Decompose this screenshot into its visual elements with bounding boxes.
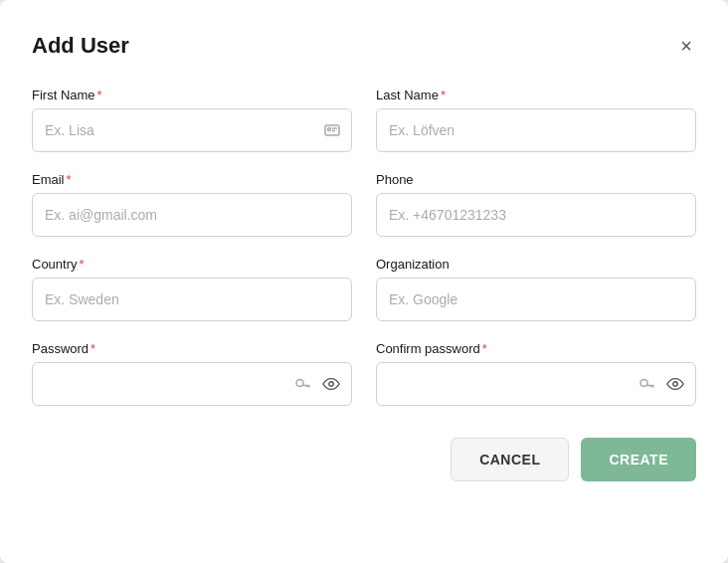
country-group: Country* — [32, 257, 352, 321]
svg-point-9 — [329, 382, 334, 387]
last-name-input[interactable] — [376, 108, 696, 152]
password-group: Password* — [32, 341, 352, 406]
first-name-icons — [322, 120, 342, 140]
first-name-label: First Name* — [32, 88, 352, 102]
confirm-password-label: Confirm password* — [376, 341, 696, 356]
password-key-button[interactable] — [292, 374, 312, 394]
email-input[interactable] — [32, 193, 352, 237]
first-name-required: * — [97, 88, 102, 102]
organization-label: Organization — [376, 257, 696, 272]
svg-point-14 — [673, 382, 678, 387]
first-name-icon-button[interactable] — [322, 120, 342, 140]
confirm-password-toggle-button[interactable] — [664, 373, 686, 395]
confirm-password-icons — [637, 373, 686, 395]
confirm-password-key-button[interactable] — [637, 374, 656, 394]
first-name-input-wrapper — [32, 108, 352, 152]
password-icons — [292, 373, 342, 395]
password-toggle-button[interactable] — [320, 373, 342, 395]
confirm-password-required: * — [482, 341, 487, 356]
country-required: * — [80, 257, 85, 272]
eye-icon-confirm — [666, 375, 684, 393]
create-button[interactable]: CREATE — [581, 438, 696, 481]
svg-point-5 — [296, 380, 303, 387]
confirm-password-group: Confirm password* — [376, 341, 696, 406]
email-required: * — [67, 172, 72, 187]
phone-group: Phone — [376, 172, 696, 237]
confirm-password-input-wrapper — [376, 362, 696, 406]
last-name-group: Last Name* — [376, 88, 696, 152]
svg-point-2 — [328, 128, 331, 131]
email-group: Email* — [32, 172, 352, 237]
password-label: Password* — [32, 341, 352, 356]
country-label: Country* — [32, 257, 352, 272]
eye-icon — [322, 375, 340, 393]
dialog-footer: CANCEL CREATE — [32, 438, 696, 481]
add-user-dialog: Add User × First Name* — [0, 0, 728, 563]
form-grid: First Name* — [32, 88, 696, 406]
first-name-group: First Name* — [32, 88, 352, 152]
svg-point-10 — [640, 380, 647, 387]
last-name-label: Last Name* — [376, 88, 696, 102]
password-input-wrapper — [32, 362, 352, 406]
dialog-title: Add User — [32, 33, 129, 59]
organization-input[interactable] — [376, 278, 696, 321]
id-card-icon — [324, 122, 340, 138]
password-required: * — [91, 341, 95, 356]
cancel-button[interactable]: CANCEL — [451, 438, 569, 481]
key-icon — [294, 376, 310, 392]
organization-group: Organization — [376, 257, 696, 321]
phone-label: Phone — [376, 172, 696, 187]
first-name-input[interactable] — [32, 108, 352, 152]
email-label: Email* — [32, 172, 352, 187]
close-button[interactable]: × — [676, 32, 696, 60]
country-input[interactable] — [32, 278, 352, 321]
dialog-header: Add User × — [32, 32, 696, 60]
key-icon-confirm — [638, 376, 654, 392]
phone-input[interactable] — [376, 193, 696, 237]
last-name-required: * — [441, 88, 446, 102]
